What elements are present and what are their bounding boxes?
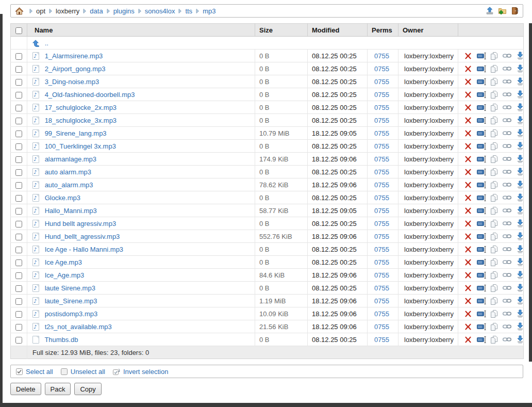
file-link[interactable]: Hund bellt agressiv.mp3: [45, 220, 117, 227]
perms-link[interactable]: 0755: [374, 233, 389, 240]
copy-icon[interactable]: [491, 284, 497, 292]
row-checkbox[interactable]: [15, 118, 22, 124]
copy-icon[interactable]: [491, 194, 497, 202]
rename-icon[interactable]: [477, 91, 486, 98]
file-link[interactable]: auto alarm.mp3: [45, 168, 91, 176]
delete-icon[interactable]: [464, 259, 472, 266]
up-arrow-icon[interactable]: [32, 40, 39, 47]
link-icon[interactable]: [503, 208, 511, 213]
perms-link[interactable]: 0755: [374, 168, 389, 176]
copy-icon[interactable]: [491, 336, 497, 344]
row-checkbox[interactable]: [15, 272, 22, 279]
file-link[interactable]: 3_Ding-noise.mp3: [45, 78, 99, 86]
delete-icon[interactable]: [464, 169, 472, 175]
row-checkbox[interactable]: [15, 92, 22, 99]
rename-icon[interactable]: [477, 143, 486, 150]
rename-icon[interactable]: [477, 285, 486, 291]
copy-icon[interactable]: [491, 233, 497, 240]
copy-icon[interactable]: [491, 155, 497, 163]
row-checkbox[interactable]: [15, 337, 22, 344]
rename-icon[interactable]: [477, 130, 486, 137]
file-link[interactable]: laute_Sirene.mp3: [45, 297, 97, 305]
delete-icon[interactable]: [464, 182, 472, 188]
rename-icon[interactable]: [477, 259, 486, 266]
copy-icon[interactable]: [491, 142, 497, 150]
download-icon[interactable]: [517, 232, 524, 240]
delete-icon[interactable]: [464, 130, 472, 137]
home-icon[interactable]: [15, 7, 24, 15]
file-link[interactable]: Ice Age - Hallo Manni.mp3: [45, 246, 123, 253]
rename-icon[interactable]: [477, 156, 486, 162]
download-icon[interactable]: [517, 129, 524, 137]
row-checkbox[interactable]: [15, 105, 22, 111]
perms-link[interactable]: 0755: [374, 284, 389, 292]
breadcrumb-item[interactable]: data: [90, 7, 103, 15]
row-checkbox[interactable]: [15, 143, 22, 150]
copy-icon[interactable]: [491, 271, 497, 279]
perms-link[interactable]: 0755: [374, 271, 389, 279]
row-checkbox[interactable]: [15, 221, 22, 227]
download-icon[interactable]: [517, 52, 524, 60]
parent-dir-link[interactable]: ..: [45, 39, 48, 47]
link-icon[interactable]: [503, 272, 511, 278]
file-link[interactable]: 99_Sirene_lang.mp3: [45, 129, 107, 137]
link-icon[interactable]: [503, 221, 511, 226]
download-icon[interactable]: [517, 77, 524, 86]
link-icon[interactable]: [503, 143, 511, 149]
breadcrumb-item[interactable]: mp3: [203, 7, 215, 15]
row-checkbox[interactable]: [15, 66, 22, 73]
rename-icon[interactable]: [477, 104, 486, 111]
row-checkbox[interactable]: [15, 208, 22, 215]
link-icon[interactable]: [503, 324, 511, 329]
perms-link[interactable]: 0755: [374, 310, 389, 318]
rename-icon[interactable]: [477, 182, 486, 188]
rename-icon[interactable]: [477, 323, 486, 330]
breadcrumb-item[interactable]: tts: [185, 7, 192, 15]
link-icon[interactable]: [503, 118, 511, 123]
download-icon[interactable]: [517, 271, 524, 279]
file-link[interactable]: auto_alarm.mp3: [45, 181, 93, 189]
perms-link[interactable]: 0755: [374, 297, 389, 305]
download-icon[interactable]: [517, 181, 524, 189]
copy-icon[interactable]: [491, 52, 497, 60]
delete-icon[interactable]: [464, 311, 472, 317]
link-icon[interactable]: [503, 53, 511, 58]
rename-icon[interactable]: [477, 233, 486, 240]
rename-icon[interactable]: [477, 311, 486, 317]
pack-button[interactable]: Pack: [45, 383, 71, 395]
link-icon[interactable]: [503, 182, 511, 187]
perms-link[interactable]: 0755: [374, 91, 389, 99]
perms-link[interactable]: 0755: [374, 129, 389, 137]
rename-icon[interactable]: [477, 272, 486, 279]
link-icon[interactable]: [503, 259, 511, 265]
perms-link[interactable]: 0755: [374, 207, 389, 215]
file-link[interactable]: 100_Tuerklingel 3x.mp3: [45, 142, 116, 150]
copy-icon[interactable]: [491, 246, 497, 253]
file-link[interactable]: Hund_bellt_agressiv.mp3: [45, 233, 120, 240]
link-icon[interactable]: [503, 105, 511, 110]
copy-icon[interactable]: [491, 78, 497, 86]
link-icon[interactable]: [503, 169, 511, 174]
delete-icon[interactable]: [464, 220, 472, 227]
rename-icon[interactable]: [477, 207, 486, 214]
copy-icon[interactable]: [491, 207, 497, 215]
perms-link[interactable]: 0755: [374, 155, 389, 163]
link-icon[interactable]: [503, 79, 511, 84]
delete-icon[interactable]: [464, 66, 472, 72]
row-checkbox[interactable]: [15, 285, 22, 292]
row-checkbox[interactable]: [15, 298, 22, 305]
file-link[interactable]: Ice_Age.mp3: [45, 271, 85, 279]
delete-icon[interactable]: [464, 207, 472, 214]
copy-icon[interactable]: [491, 220, 497, 227]
download-icon[interactable]: [517, 310, 524, 318]
link-icon[interactable]: [503, 195, 511, 200]
perms-link[interactable]: 0755: [374, 117, 389, 124]
file-link[interactable]: Thumbs.db: [44, 336, 78, 344]
file-link[interactable]: 17_schulglocke_2x.mp3: [45, 104, 117, 111]
perms-link[interactable]: 0755: [374, 323, 389, 331]
download-icon[interactable]: [517, 335, 524, 344]
copy-icon[interactable]: [491, 181, 497, 189]
delete-icon[interactable]: [464, 298, 472, 304]
row-checkbox[interactable]: [15, 259, 22, 266]
row-checkbox[interactable]: [15, 234, 22, 240]
